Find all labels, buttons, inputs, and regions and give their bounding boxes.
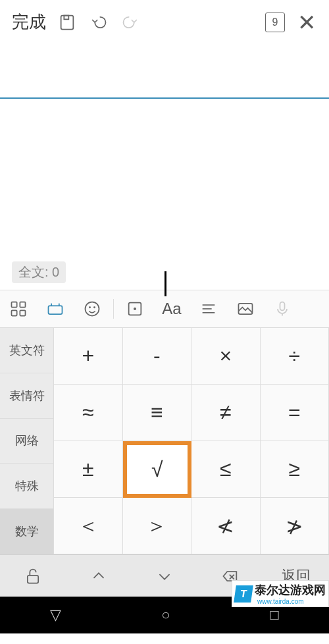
lock-icon[interactable] bbox=[0, 555, 66, 597]
watermark-url: www.tairda.com bbox=[257, 598, 326, 605]
category-special[interactable]: 特殊 bbox=[0, 464, 54, 509]
key-neq[interactable]: ≠ bbox=[191, 385, 261, 441]
category-english[interactable]: 英文符 bbox=[0, 328, 54, 373]
mic-icon[interactable] bbox=[264, 296, 301, 322]
svg-point-8 bbox=[89, 307, 90, 308]
key-ngt[interactable]: ≯ bbox=[261, 498, 330, 554]
key-identical[interactable]: ≡ bbox=[123, 385, 192, 441]
key-leq[interactable]: ≤ bbox=[191, 441, 261, 498]
nav-home-icon[interactable]: ○ bbox=[161, 606, 170, 624]
apps-icon[interactable] bbox=[0, 296, 37, 322]
close-icon[interactable]: ✕ bbox=[291, 7, 322, 38]
key-nlt[interactable]: ≮ bbox=[191, 498, 261, 554]
key-plusminus[interactable]: ± bbox=[54, 441, 123, 498]
symbol-grid: + - × ÷ ≈ ≡ ≠ = ± √ ≤ ≥ ＜ ＞ ≮ ≯ bbox=[54, 328, 329, 554]
key-gt[interactable]: ＞ bbox=[123, 498, 192, 554]
category-emoji[interactable]: 表情符 bbox=[0, 373, 54, 419]
nav-back-icon[interactable]: ▽ bbox=[50, 606, 61, 624]
done-button[interactable]: 完成 bbox=[7, 11, 51, 34]
key-eq[interactable]: = bbox=[261, 385, 330, 441]
svg-rect-1 bbox=[64, 15, 68, 19]
svg-point-9 bbox=[94, 307, 95, 308]
key-minus[interactable]: - bbox=[123, 328, 192, 385]
category-math[interactable]: 数学 bbox=[0, 509, 54, 554]
watermark-text: 泰尔达游戏网 bbox=[255, 582, 326, 598]
category-network[interactable]: 网络 bbox=[0, 419, 54, 464]
nav-recent-icon[interactable]: □ bbox=[270, 606, 279, 624]
svg-rect-16 bbox=[280, 302, 285, 311]
keyboard-icon[interactable] bbox=[37, 296, 74, 322]
font-icon[interactable]: Aa bbox=[153, 296, 190, 322]
editor-area[interactable]: 全文: 0 bbox=[0, 99, 329, 290]
watermark: T 泰尔达游戏网 www.tairda.com bbox=[232, 580, 329, 607]
key-plus[interactable]: + bbox=[54, 328, 123, 385]
page-count-button[interactable]: 9 bbox=[259, 7, 291, 38]
save-icon[interactable] bbox=[51, 7, 83, 38]
svg-point-11 bbox=[134, 308, 136, 309]
up-arrow-icon[interactable] bbox=[66, 555, 132, 597]
emoji-icon[interactable] bbox=[74, 296, 111, 322]
svg-rect-2 bbox=[12, 302, 17, 308]
watermark-logo: T bbox=[234, 585, 253, 603]
undo-icon[interactable] bbox=[83, 7, 114, 38]
key-sqrt[interactable]: √ bbox=[123, 441, 192, 498]
key-lt[interactable]: ＜ bbox=[54, 498, 123, 554]
redo-icon bbox=[114, 7, 146, 38]
svg-rect-5 bbox=[20, 310, 25, 315]
category-list: 英文符 表情符 网络 特殊 数学 bbox=[0, 328, 54, 554]
text-cursor bbox=[164, 271, 166, 296]
fullscreen-icon[interactable] bbox=[116, 296, 153, 322]
key-geq[interactable]: ≥ bbox=[261, 441, 330, 498]
svg-point-7 bbox=[86, 302, 99, 316]
key-approx[interactable]: ≈ bbox=[54, 385, 123, 441]
svg-rect-0 bbox=[61, 15, 74, 29]
key-divide[interactable]: ÷ bbox=[261, 328, 330, 385]
image-icon[interactable] bbox=[227, 296, 264, 322]
svg-rect-3 bbox=[20, 302, 25, 308]
down-arrow-icon[interactable] bbox=[132, 555, 197, 597]
svg-rect-17 bbox=[28, 575, 38, 583]
word-count-badge: 全文: 0 bbox=[12, 261, 66, 283]
key-multiply[interactable]: × bbox=[191, 328, 261, 385]
svg-rect-6 bbox=[49, 306, 63, 314]
align-icon[interactable] bbox=[190, 296, 227, 322]
svg-rect-4 bbox=[12, 310, 17, 315]
